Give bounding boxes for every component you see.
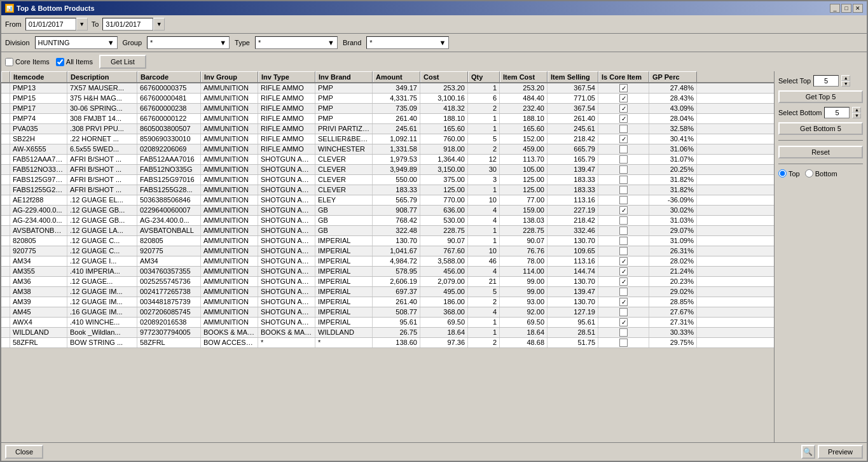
to-date-input[interactable] (102, 18, 153, 31)
select-bottom-up[interactable]: ▲ (852, 107, 861, 113)
core-item-checkbox (619, 237, 628, 245)
top-radio-text: Top (789, 170, 800, 178)
core-items-checkbox-label[interactable]: Core Items (5, 58, 50, 66)
table-row[interactable]: AM38 .12 GUAGE IM... 0024177265738 AMMUN… (1, 287, 774, 297)
table-row[interactable]: AM36 .12 GUAGE... 0025255745736 AMMUNITI… (1, 277, 774, 287)
td-itemselling: 127.19 (548, 307, 598, 317)
th-cost[interactable]: Cost (420, 71, 468, 82)
table-row[interactable]: SB22H .22 HORNET ... 8590690330010 AMMUN… (1, 134, 774, 144)
table-row[interactable]: PMP13 7X57 MAUSER... 667600000375 AMMUNI… (1, 83, 774, 94)
options-row: Core Items All Items Get List (1, 52, 867, 71)
th-itemcode[interactable]: Itemcode (10, 71, 67, 82)
th-invgroup[interactable]: Inv Group (201, 71, 258, 82)
close-button[interactable]: ✕ (853, 4, 863, 13)
preview-button[interactable]: Preview (818, 445, 863, 459)
get-top-button[interactable]: Get Top 5 (778, 90, 863, 103)
td-desc: AFRI B/SHOT ... (67, 165, 137, 174)
group-combo[interactable]: * ▼ (147, 36, 230, 49)
table-row[interactable]: FAB512AAA7016 AFRI B/SHOT ... FAB512AAA7… (1, 155, 774, 165)
all-items-checkbox[interactable] (56, 58, 64, 66)
td-invbrand: IMPERIAL (315, 297, 373, 307)
td-cost: 418.32 (420, 104, 468, 113)
table-row[interactable]: AWX4 .410 WINCHE... 020892016538 AMMUNIT… (1, 318, 774, 328)
th-barcode[interactable]: Barcode (137, 71, 201, 82)
table-row[interactable]: AM34 .12 GUAGE I... AM34 AMMUNITION SHOT… (1, 256, 774, 267)
select-bottom-row: Select Bottom ▲ ▼ (778, 107, 863, 118)
td-desc: .410 IMPERIA... (67, 267, 137, 276)
table-row[interactable]: AM45 .16 GUAGE IM... 0027206085745 AMMUN… (1, 307, 774, 318)
th-itemselling[interactable]: Item Selling (548, 71, 598, 82)
td-invbrand: PMP (315, 83, 373, 93)
th-invbrand[interactable]: Inv Brand (315, 71, 373, 82)
td-rownum (1, 175, 10, 185)
get-bottom-button[interactable]: Get Bottom 5 (778, 122, 863, 135)
core-items-checkbox[interactable] (5, 58, 13, 66)
td-rownum (1, 297, 10, 307)
table-row[interactable]: AM39 .12 GUAGE IM... 0034481875739 AMMUN… (1, 297, 774, 307)
from-date-dropdown[interactable]: ▼ (76, 18, 88, 31)
td-gpperc: 29.75% (649, 338, 697, 347)
td-qty: 1 (468, 318, 500, 327)
search-icon-button[interactable]: 🔍 (801, 445, 815, 459)
td-itemcode: PMP74 (10, 114, 67, 123)
td-amount: 697.37 (373, 287, 420, 297)
table-row[interactable]: AE12f288 .12 GUAGE EL... 5036388506846 A… (1, 195, 774, 206)
th-itemcost[interactable]: Item Cost (500, 71, 548, 82)
td-iscoreitem (598, 236, 649, 246)
td-gpperc: 31.06% (649, 144, 697, 154)
td-cost: 495.00 (420, 287, 468, 297)
select-top-down[interactable]: ▼ (841, 81, 850, 87)
table-row[interactable]: PMP74 308 FMJBT 14... 667600000122 AMMUN… (1, 114, 774, 124)
table-row[interactable]: AVSBATONBALL .12 GUAGE LA... AVSBATONBAL… (1, 226, 774, 236)
all-items-checkbox-label[interactable]: All Items (56, 58, 93, 66)
reset-button[interactable]: Reset (778, 146, 863, 158)
brand-combo[interactable]: * ▼ (366, 36, 449, 49)
select-top-up[interactable]: ▲ (841, 75, 850, 81)
th-invtype[interactable]: Inv Type (258, 71, 315, 82)
table-row[interactable]: PMP17 30-06 SPRING... 667600000238 AMMUN… (1, 104, 774, 114)
type-combo[interactable]: * ▼ (255, 36, 338, 49)
table-row[interactable]: FABS1255G28... AFRI B/SHOT ... FABS1255G… (1, 185, 774, 195)
table-row[interactable]: AG-234.400.0... .12 GUAGE GB... AG-234.4… (1, 216, 774, 226)
table-row[interactable]: AW-X6555 6.5x55 5WED... 020892206069 AMM… (1, 144, 774, 155)
td-invgroup: BOW ACCESS... (201, 338, 258, 347)
app-icon: 📊 (5, 4, 14, 13)
maximize-button[interactable]: □ (841, 4, 851, 13)
td-invbrand: IMPERIAL (315, 287, 373, 297)
from-date-input[interactable] (25, 18, 76, 31)
top-radio-label[interactable]: Top (778, 169, 800, 178)
table-row[interactable]: AG-229.400.0... .12 GUAGE GB... 02296400… (1, 206, 774, 216)
th-qty[interactable]: Qty (468, 71, 500, 82)
td-cost: 770.00 (420, 195, 468, 205)
th-gpperc[interactable]: GP Perc (649, 71, 697, 82)
bottom-radio-label[interactable]: Bottom (805, 169, 837, 178)
td-gpperc: 28.43% (649, 94, 697, 103)
select-bottom-down[interactable]: ▼ (852, 113, 861, 118)
get-list-button[interactable]: Get List (99, 55, 146, 69)
td-invtype: SHOTGUN AMMO (258, 185, 315, 195)
table-row[interactable]: FABS125G97016 AFRI B/SHOT ... FABS125G97… (1, 175, 774, 185)
division-combo[interactable]: HUNTING ▼ (35, 36, 118, 49)
table-row[interactable]: 820805 .12 GUAGE C... 820805 AMMUNITION … (1, 236, 774, 246)
select-bottom-input[interactable] (824, 107, 850, 118)
th-description[interactable]: Description (67, 71, 137, 82)
table-row[interactable]: WILDLAND Book _Wildlan... 9772307794005 … (1, 328, 774, 338)
th-amount[interactable]: Amount (373, 71, 420, 82)
select-top-input[interactable] (813, 75, 839, 87)
td-barcode: 0034760357355 (137, 267, 201, 276)
minimize-button[interactable]: _ (830, 4, 840, 13)
table-row[interactable]: PVA035 .308 PRVI PPU... 8605003800507 AM… (1, 124, 774, 134)
td-invgroup: AMMUNITION (201, 175, 258, 185)
table-row[interactable]: AM355 .410 IMPERIA... 0034760357355 AMMU… (1, 267, 774, 277)
bottom-radio[interactable] (805, 169, 813, 178)
td-gpperc: 31.82% (649, 185, 697, 195)
table-row[interactable]: PMP15 375 H&H MAG... 667600000481 AMMUNI… (1, 94, 774, 104)
top-radio[interactable] (778, 169, 787, 178)
close-button[interactable]: Close (5, 445, 43, 459)
core-item-checkbox (619, 135, 628, 143)
table-row[interactable]: 58ZFRL BOW STRING ... 58ZFRL BOW ACCESS.… (1, 338, 774, 348)
th-iscoreitem[interactable]: Is Core Item (598, 71, 649, 82)
table-row[interactable]: 920775 .12 GUAGE C... 920775 AMMUNITION … (1, 246, 774, 256)
to-date-dropdown[interactable]: ▼ (153, 18, 165, 31)
table-row[interactable]: FAB512NO335G AFRI B/SHOT ... FAB512NO335… (1, 165, 774, 175)
